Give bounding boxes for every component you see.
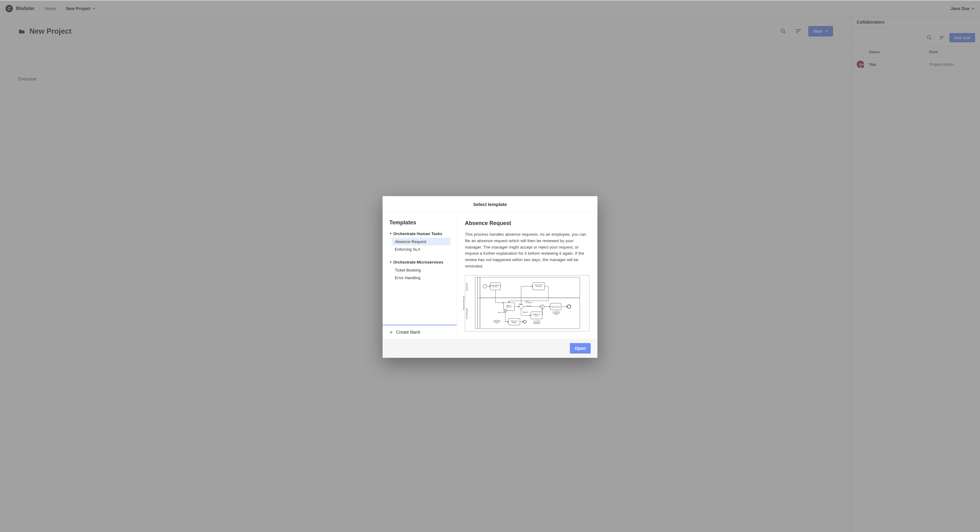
template-detail: Absence Request This process handles abs… — [457, 212, 597, 339]
template-group-title: Orchestrate Microservices — [393, 260, 443, 264]
template-group-toggle[interactable]: ▼ Orchestrate Human Tasks — [389, 231, 450, 236]
plus-icon: ＋ — [389, 330, 394, 334]
template-group: ▼ Orchestrate Microservices Ticket Booki… — [389, 260, 450, 281]
svg-rect-11 — [477, 277, 480, 329]
template-item-ticket-booking[interactable]: Ticket Booking — [392, 266, 450, 274]
create-blank-button[interactable]: ＋ Create blank — [383, 325, 457, 339]
lane-label-pool: Absence Request — [463, 285, 465, 322]
template-group-toggle[interactable]: ▼ Orchestrate Microservices — [389, 260, 450, 264]
svg-text:API Endpoint): API Endpoint) — [533, 323, 540, 324]
svg-point-48 — [567, 305, 571, 309]
svg-text:Clarification: Clarification — [526, 302, 532, 303]
svg-text:Every 2 Days: Every 2 Days — [498, 312, 505, 314]
template-group-title: Orchestrate Human Tasks — [393, 231, 442, 236]
triangle-down-icon: ▼ — [389, 232, 392, 235]
modal-footer: Open — [383, 339, 597, 358]
templates-sidebar: Templates ▼ Orchestrate Human Tasks Abse… — [383, 212, 457, 339]
template-item-error-handling[interactable]: Error Handling — [392, 274, 450, 281]
svg-text:Explanation: Explanation — [536, 286, 542, 287]
select-template-modal: Select template Templates ▼ Orchestrate … — [383, 196, 597, 358]
create-blank-label: Create blank — [396, 330, 420, 334]
svg-text:Manager: Manager — [512, 322, 517, 323]
svg-point-15 — [483, 285, 487, 288]
svg-text:Absence: Absence — [493, 286, 498, 288]
open-button[interactable]: Open — [570, 343, 591, 354]
svg-text:Result?: Result? — [519, 303, 523, 305]
template-detail-title: Absence Request — [465, 220, 589, 226]
template-group: ▼ Orchestrate Human Tasks Absence Reques… — [389, 231, 450, 253]
bpmn-diagram-preview: Employee Absence Request Line Manager — [465, 275, 589, 331]
svg-rect-10 — [475, 277, 477, 329]
lane-label-line-manager: Line Manager — [466, 300, 468, 328]
svg-point-52 — [523, 320, 527, 323]
template-item-absence-request[interactable]: Absence Request — [392, 237, 450, 245]
lane-label-employee: Employee — [466, 278, 468, 296]
svg-text:Notify Employee: Notify Employee — [551, 306, 560, 307]
svg-text:System: System — [535, 315, 539, 317]
templates-heading: Templates — [389, 219, 450, 226]
template-detail-description: This process handles absence requests. A… — [465, 231, 589, 270]
svg-text:Email): Email) — [555, 314, 558, 315]
svg-text:Approved: Approved — [523, 312, 528, 313]
bpmn-diagram-svg: Request Absence Absence Provide further … — [465, 276, 589, 331]
open-button-label: Open — [575, 346, 586, 351]
svg-text:Email): Email) — [495, 322, 499, 323]
triangle-down-icon: ▼ — [389, 261, 392, 264]
svg-rect-28 — [519, 304, 523, 309]
template-item-enforcing-sla[interactable]: Enforcing SLA — [392, 245, 450, 253]
svg-text:Absence: Absence — [506, 306, 512, 307]
svg-text:Rejected: Rejected — [527, 305, 531, 307]
modal-title: Select template — [383, 196, 597, 212]
